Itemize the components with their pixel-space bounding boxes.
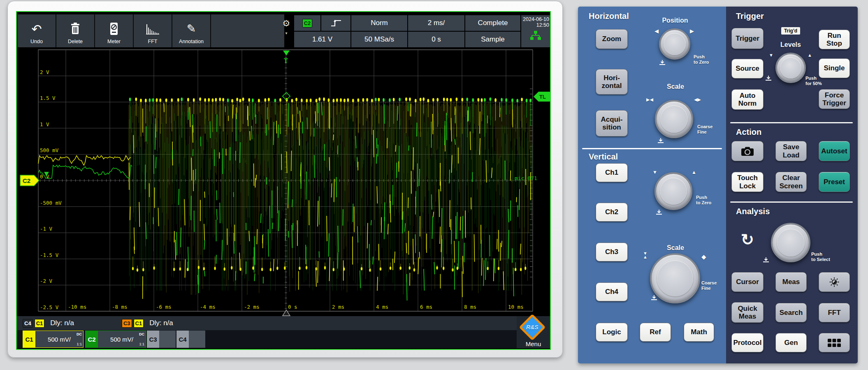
quick-meas-button[interactable]: Quick Meas [731, 302, 764, 323]
datetime-cell[interactable]: 2024-06-10 12:50 [521, 15, 551, 47]
knob-arrow-down-icon: ▼ [652, 169, 657, 175]
horizontal-position-cell[interactable]: 0 s [408, 32, 464, 47]
horizontal-button[interactable]: Hori- zontal [596, 69, 628, 95]
front-panel: Horizontal Zoom Hori- zontal Acqui- siti… [578, 7, 858, 363]
autoset-label: Autoset [821, 147, 847, 155]
svg-text:0 s: 0 s [288, 304, 297, 310]
ch1-button[interactable]: Ch1 [596, 163, 628, 182]
acquisition-state-cell[interactable]: Complete [465, 15, 520, 31]
result2-text[interactable]: Dly: n/a [149, 319, 173, 327]
c3-spacer [159, 331, 176, 348]
navigation-knob[interactable] [771, 223, 810, 262]
vertical-section-title: Vertical [589, 152, 618, 162]
fft-icon [145, 20, 160, 38]
protocol-button[interactable]: Protocol [731, 333, 764, 352]
gen-button[interactable]: Gen [775, 333, 807, 352]
trigger-source-cell[interactable]: C2 [294, 15, 320, 31]
screenshot-button[interactable] [731, 141, 764, 161]
apps-button[interactable] [819, 333, 850, 352]
svg-text:-2 ms: -2 ms [244, 304, 260, 310]
meter-button[interactable]: Meter [95, 14, 133, 47]
acquisition-button-l2: sition [602, 123, 621, 131]
autoset-button[interactable]: Autoset [819, 141, 850, 161]
vertical-position-knob[interactable] [654, 172, 692, 210]
trigger-mode-cell[interactable]: Norm [351, 15, 407, 31]
undo-button[interactable]: ↶ Undo [18, 14, 56, 47]
channel-c1-tab[interactable]: C1 500 mV/ DC 1:1 [23, 331, 84, 348]
run-label: Run [827, 32, 841, 39]
levels-label: Levels [776, 41, 805, 49]
math-button[interactable]: Math [684, 323, 714, 342]
result2-source-badge: C3 [122, 319, 132, 328]
knob-arrows-expand-icon: ◆ [701, 253, 706, 261]
save-load-button[interactable]: Save Load [775, 141, 807, 161]
intensity-button[interactable] [819, 272, 850, 292]
trigger-levels-knob[interactable] [775, 53, 806, 83]
horizontal-scale-knob[interactable] [655, 100, 693, 138]
auto-label: Auto [740, 92, 756, 99]
horizontal-position-knob[interactable] [659, 28, 690, 60]
result1-text[interactable]: Dly: n/a [50, 319, 74, 327]
sample-rate-cell[interactable]: 50 MSa/s [351, 32, 407, 47]
ch1-label: Ch1 [605, 169, 618, 176]
quick-meas-label: Meas [739, 312, 757, 320]
svg-text:-2 V: -2 V [40, 278, 53, 284]
fft-panel-button[interactable]: FFT [819, 303, 850, 322]
zoom-button[interactable]: Zoom [596, 29, 628, 49]
fft-label: FFT [148, 39, 158, 44]
waveform-display[interactable]: 2 V1.5 V1 V500 mV0 V-500 mV-1 V-1.5 V-2 … [17, 48, 550, 316]
knob-arrow-down-icon: ▼ [769, 53, 773, 58]
meas-button[interactable]: Meas [775, 272, 807, 292]
force-trigger-button[interactable]: Force Trigger [819, 89, 850, 109]
acquisition-button[interactable]: Acqui- sition [596, 110, 628, 136]
trigger-slope-cell[interactable] [321, 15, 350, 31]
fft-button[interactable]: FFT [134, 14, 172, 47]
preset-label: Preset [824, 178, 845, 186]
undo-icon: ↶ [31, 20, 42, 38]
ref-button[interactable]: Ref [640, 323, 671, 342]
section-divider [730, 122, 853, 123]
delete-button[interactable]: Delete [56, 14, 94, 47]
horizontal-position-label: Position [658, 17, 692, 24]
single-button[interactable]: Single [819, 58, 850, 78]
search-button[interactable]: Search [775, 303, 807, 322]
touch-lock-button[interactable]: Touch Lock [731, 172, 764, 192]
menu-button[interactable]: R&S Menu [517, 316, 550, 348]
c2-tag: C2 [86, 331, 98, 347]
acquisition-mode-cell[interactable]: Sample [465, 32, 520, 47]
ch3-button[interactable]: Ch3 [596, 243, 628, 261]
stop-label: Stop [826, 39, 842, 47]
svg-text:8 ms: 8 ms [464, 304, 476, 310]
logic-button[interactable]: Logic [596, 323, 628, 342]
trigger-level-cell[interactable]: 1.61 V [294, 32, 350, 47]
display-settings-button[interactable]: ⚙ ▾ [280, 15, 292, 47]
fft-panel-label: FFT [828, 309, 840, 317]
ch2-button[interactable]: Ch2 [596, 203, 628, 222]
touch-press-icon [659, 59, 666, 65]
channel-c2-tab[interactable]: C2 500 mV/ DC 1:1 [85, 331, 146, 348]
c1-scale: 500 mV/ [48, 336, 71, 343]
source-button[interactable]: Source [731, 59, 764, 79]
horizontal-scale-label: Scale [659, 83, 692, 90]
channel-c3-tab[interactable]: C3 [147, 331, 176, 348]
channel-c4-tab[interactable]: C4 [176, 331, 205, 348]
annotation-button[interactable]: ✎ Annotation [172, 14, 210, 47]
timebase-cell[interactable]: 2 ms/ [408, 15, 464, 31]
ref-label: Ref [650, 328, 661, 336]
zoom-button-label: Zoom [602, 35, 621, 43]
auto-norm-button[interactable]: Auto Norm [731, 89, 764, 110]
touch-label: Touch [737, 174, 758, 182]
scope-screen: ↶ Undo Delete Meter [16, 11, 551, 350]
preset-button[interactable]: Preset [819, 172, 850, 192]
clear-screen-button[interactable]: Clear Screen [775, 172, 807, 192]
navigation-rotate-icon: ↻ [741, 232, 754, 247]
meter-label: Meter [107, 39, 121, 44]
run-stop-button[interactable]: Run Stop [819, 30, 850, 49]
trigger-button[interactable]: Trigger [731, 28, 764, 49]
results-bar: C4 C1 Dly: n/a C3 C1 Dly: n/a [17, 316, 550, 330]
ch4-button[interactable]: Ch4 [596, 282, 628, 301]
gen-label: Gen [784, 339, 798, 347]
rising-edge-icon [329, 18, 343, 28]
cursor-button[interactable]: Cursor [731, 272, 764, 292]
svg-text:-2.5 V: -2.5 V [40, 304, 59, 310]
